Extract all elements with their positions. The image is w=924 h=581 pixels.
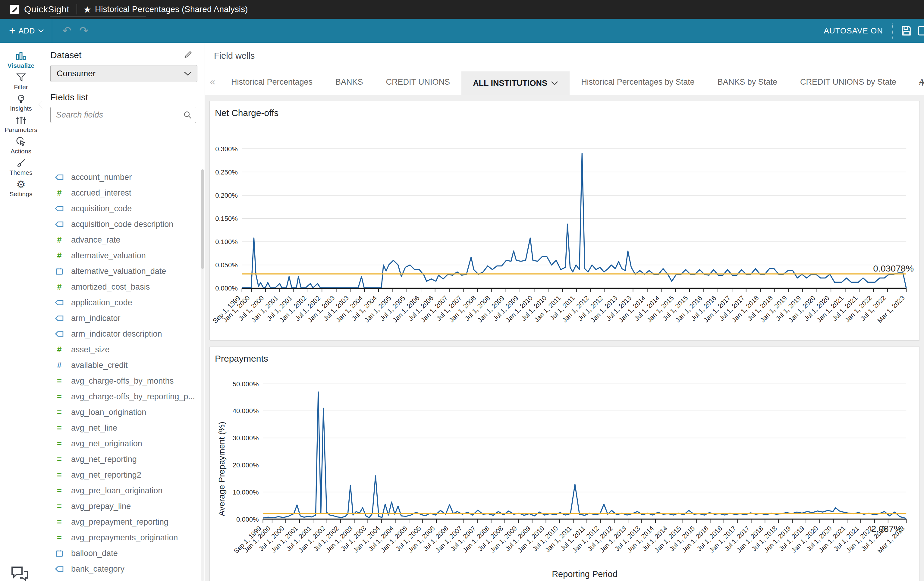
field-item[interactable]: =avg_prepayments_origination [42,530,200,545]
rail-item-themes[interactable]: Themes [0,157,42,178]
field-name: avg_charge-offs_by_months [71,376,173,386]
field-item[interactable]: #available_credit [42,357,200,373]
date-icon [54,550,64,557]
search-fields-input[interactable] [50,107,196,123]
field-name: avg_prepay_line [71,502,131,511]
field-name: avg_net_reporting2 [71,470,141,480]
dimension-icon [54,330,64,337]
chevron-down-icon[interactable] [551,81,558,85]
tab-all-institutions[interactable]: ALL INSTITUTIONS [461,71,569,95]
tab-credit-unions[interactable]: CREDIT UNIONS [375,69,462,95]
add-button[interactable]: + ADD [9,26,44,35]
rail-item-filter[interactable]: Filter [0,71,42,92]
add-sheet-icon[interactable]: + [919,76,924,89]
svg-text:30.000%: 30.000% [233,434,259,442]
field-item[interactable]: bank_category [42,561,200,577]
dataset-select-value: Consumer [57,69,96,78]
svg-text:0.03078%: 0.03078% [873,263,914,273]
y-axis-title: Average Prepayment (%) [217,422,227,516]
export-icon[interactable] [917,25,924,37]
tab-historical-percentages[interactable]: Historical Percentages [220,69,324,95]
tab-label: Historical Percentages [231,78,312,87]
field-item[interactable]: =avg_charge-offs_by_reporting_p... [42,389,200,404]
rail-item-insights[interactable]: Insights [0,92,42,114]
field-item[interactable]: =avg_net_reporting2 [42,467,200,483]
date-icon [54,267,64,275]
tab-historical-percentages-by-state[interactable]: Historical Percentages by State [569,69,706,95]
field-name: acquisition_code [71,204,132,213]
field-item[interactable]: =avg_pre_loan_origination [42,483,200,498]
tab-banks[interactable]: BANKS [324,69,375,95]
field-item[interactable]: =avg_prepayment_reporting [42,514,200,530]
chart-title: Prepayments [215,353,268,364]
rail-item-label: Themes [10,169,33,176]
prepayments-visual[interactable]: Prepayments Average Prepayment (%) 50.00… [210,347,920,581]
field-item[interactable]: =avg_loan_origination [42,404,200,420]
search-fields-box [50,107,196,123]
calculated-field-icon: = [54,423,64,433]
field-item[interactable]: acquisition_code [42,201,200,216]
scrollbar-thumb[interactable] [201,169,204,269]
dataset-select[interactable]: Consumer [50,65,197,82]
undo-icon[interactable]: ↶ [63,25,71,37]
field-item[interactable]: alternative_valuation_date [42,263,200,279]
field-item[interactable]: arm_indicator [42,310,200,326]
edit-dataset-icon[interactable] [183,50,193,60]
svg-text:0.250%: 0.250% [215,168,238,176]
feedback-icon[interactable] [10,565,30,581]
measure-icon: # [54,345,64,354]
field-item[interactable]: application_code [42,295,200,310]
tab-credit-unions-by-state[interactable]: CREDIT UNIONS by State [789,69,908,95]
field-item[interactable]: #amortized_cost_basis [42,279,200,295]
net-charge-offs-chart[interactable]: 0.300%0.250%0.200%0.150%0.100%0.050%0.00… [210,101,919,340]
dimension-icon [54,566,64,572]
field-item[interactable]: acquisition_code description [42,216,200,232]
quicksight-logo-icon[interactable] [10,5,19,14]
field-name: arm_indicator [71,314,120,323]
numeric-dimension-icon: # [54,580,64,581]
field-item[interactable]: balloon_date [42,545,200,561]
fields-list-heading: Fields list [50,92,205,102]
gear-icon: ⚙ [16,180,25,189]
measure-icon: # [54,235,64,245]
field-item[interactable]: arm_indicator description [42,326,200,342]
top-bar: QuickSight ★ Historical Percentages (Sha… [0,0,924,19]
field-item[interactable]: =avg_net_origination [42,436,200,451]
field-wells-bar[interactable]: Field wells [205,43,924,69]
field-item[interactable]: #accrued_interest [42,185,200,201]
edit-toolbar: + ADD ↶ ↷ AUTOSAVE ON [0,19,924,43]
field-item[interactable]: #advance_rate [42,232,200,248]
favorite-star-icon[interactable]: ★ [83,4,91,15]
save-icon[interactable] [901,25,912,37]
dataset-heading: Dataset [50,50,81,60]
field-item[interactable]: #alternative_valuation [42,248,200,263]
calculated-field-icon: = [54,486,64,495]
tab-banks-by-state[interactable]: BANKS by State [706,69,789,95]
net-charge-offs-visual[interactable]: Net Charge-offs 0.300%0.250%0.200%0.150%… [210,101,920,340]
field-item[interactable]: #asset_size [42,342,200,357]
svg-text:0.200%: 0.200% [215,191,238,199]
fields-scrollbar[interactable] [201,169,204,581]
field-name: alternative_valuation_date [71,267,166,276]
rail-item-actions[interactable]: Actions [0,135,42,157]
calculated-field-icon: = [54,439,64,448]
redo-icon[interactable]: ↷ [79,25,88,37]
svg-text:0.300%: 0.300% [215,145,238,153]
calculated-field-icon: = [54,455,64,464]
field-item[interactable]: =avg_net_reporting [42,451,200,467]
measure-icon: # [54,282,64,292]
collapse-tabs-icon[interactable]: « [210,76,216,87]
field-item[interactable]: =avg_charge-offs_by_months [42,373,200,389]
field-item[interactable]: #bank_id [42,577,200,581]
lightbulb-icon [16,94,26,104]
rail-item-settings[interactable]: ⚙Settings [0,178,42,199]
field-item[interactable]: =avg_net_line [42,420,200,436]
svg-text:50.000%: 50.000% [233,380,259,388]
rail-item-parameters[interactable]: Parameters [0,114,42,135]
rail-item-visualize[interactable]: Visualize [0,50,42,71]
prepayments-chart[interactable]: 50.000%40.000%30.000%20.000%10.000%0.000… [210,347,919,581]
dimension-icon [54,205,64,212]
field-item[interactable]: =avg_prepay_line [42,498,200,514]
field-item[interactable]: account_number [42,169,200,185]
autosave-toggle[interactable]: AUTOSAVE ON [824,26,883,36]
